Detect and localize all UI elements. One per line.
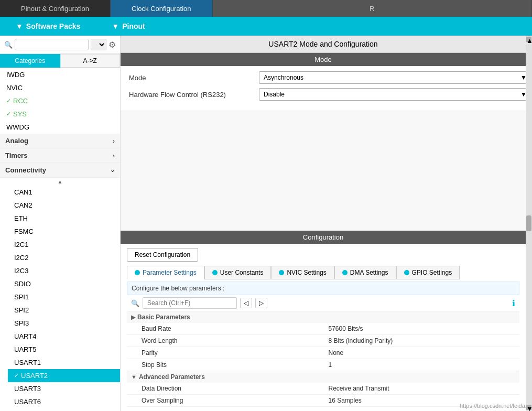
analog-expand-icon: › xyxy=(113,138,115,144)
content-area: USART2 Mode and Configuration Mode Mode … xyxy=(121,36,526,411)
mode-select-flow[interactable]: Disable ▼ xyxy=(259,88,526,101)
param-row-parity: Parity None xyxy=(127,347,519,359)
config-section: Configuration Reset Configuration Parame… xyxy=(121,231,526,411)
reset-config-button[interactable]: Reset Configuration xyxy=(127,248,198,262)
sidebar-item-spi1[interactable]: SPI1 xyxy=(8,290,120,304)
user-tab-dot xyxy=(212,270,218,275)
tab-parameter-settings[interactable]: Parameter Settings xyxy=(127,266,204,279)
software-packs-arrow: ▼ xyxy=(16,22,23,30)
search-next-btn[interactable]: ▷ xyxy=(255,298,267,308)
advanced-collapse-icon[interactable]: ▼ xyxy=(131,374,137,380)
param-search-input[interactable] xyxy=(143,297,237,309)
basic-collapse-icon[interactable]: ▶ xyxy=(131,314,135,321)
param-row-word-length: Word Length 8 Bits (including Parity) xyxy=(127,335,519,347)
mode-row-mode: Mode Asynchronous ▼ xyxy=(129,71,517,84)
param-value-stop-bits: 1 xyxy=(329,361,516,369)
sidebar-content: IWDG NVIC ✓ RCC ✓ SYS WWDG Analog › xyxy=(0,68,120,411)
sidebar-item-can2[interactable]: CAN2 xyxy=(8,199,120,212)
sidebar-item-i2c1[interactable]: I2C1 xyxy=(8,238,120,251)
param-value-data-direction: Receive and Transmit xyxy=(329,385,516,392)
tab-nvic-settings[interactable]: NVIC Settings xyxy=(271,266,334,279)
tab-user-constants[interactable]: User Constants xyxy=(204,266,272,279)
sidebar-item-uart5[interactable]: UART5 xyxy=(8,343,120,356)
connectivity-subitems: CAN1 CAN2 ETH FSMC I2C1 I2C2 I2C3 SDIO S… xyxy=(0,186,120,411)
param-name-stop-bits: Stop Bits xyxy=(131,361,329,369)
param-name-word-length: Word Length xyxy=(131,337,329,344)
search-input[interactable] xyxy=(15,39,89,50)
content-title: USART2 Mode and Configuration xyxy=(121,36,526,53)
mode-dropdown-arrow: ▼ xyxy=(520,74,526,81)
sidebar-item-usb-otg-fs[interactable]: USB_OTG_FS xyxy=(8,408,120,411)
tab-categories[interactable]: Categories xyxy=(0,54,60,68)
tab-az[interactable]: A->Z xyxy=(60,54,121,68)
mode-section: Mode Mode Asynchronous ▼ Hardware Flow C… xyxy=(121,53,526,110)
param-table: ▶ Basic Parameters Baud Rate 57600 Bits/… xyxy=(127,311,519,407)
gear-icon[interactable]: ⚙ xyxy=(108,40,116,50)
scroll-thumb[interactable] xyxy=(526,215,531,231)
sidebar-tabs: Categories A->Z xyxy=(0,54,120,68)
sidebar-item-spi3[interactable]: SPI3 xyxy=(8,317,120,330)
rcc-check-icon: ✓ xyxy=(6,98,11,104)
tab-dma-settings[interactable]: DMA Settings xyxy=(334,266,396,279)
timers-expand-icon: › xyxy=(113,153,115,159)
nvic-tab-dot xyxy=(279,270,284,275)
search-dropdown[interactable] xyxy=(91,39,106,50)
sidebar-item-nvic[interactable]: NVIC xyxy=(0,81,120,94)
scroll-up[interactable]: ▲ xyxy=(526,37,531,42)
nav-right[interactable]: R xyxy=(213,0,532,17)
mode-body: Mode Asynchronous ▼ Hardware Flow Contro… xyxy=(121,66,526,110)
sidebar-item-usart1[interactable]: USART1 xyxy=(8,356,120,369)
sidebar-item-usart6[interactable]: USART6 xyxy=(8,395,120,408)
param-search-icon: 🔍 xyxy=(131,299,139,307)
flow-dropdown-arrow: ▼ xyxy=(520,91,526,98)
software-packs-btn[interactable]: ▼ Software Packs xyxy=(0,22,96,30)
config-subtitle: Configure the below parameters : xyxy=(127,282,519,295)
config-header: Configuration xyxy=(121,231,526,244)
sidebar-item-i2c3[interactable]: I2C3 xyxy=(8,264,120,277)
sidebar-item-usart2[interactable]: ✓ USART2 xyxy=(8,369,120,382)
config-tabs: Parameter Settings User Constants NVIC S… xyxy=(127,266,519,279)
pinout-btn[interactable]: ▼ Pinout xyxy=(96,22,160,30)
sidebar-item-usart3[interactable]: USART3 xyxy=(8,382,120,395)
mode-select-mode[interactable]: Asynchronous ▼ xyxy=(259,71,526,84)
nav-clock-config[interactable]: Clock Configuration xyxy=(111,0,212,17)
scroll-up-btn[interactable]: ▲ xyxy=(0,178,120,186)
nav-pinout-config[interactable]: Pinout & Configuration xyxy=(0,0,111,17)
sys-check-icon: ✓ xyxy=(6,111,11,117)
sidebar-item-can1[interactable]: CAN1 xyxy=(8,186,120,199)
main-layout: 🔍 ⚙ Categories A->Z IWDG NVIC ✓ RCC xyxy=(0,36,532,411)
sidebar-item-sys[interactable]: ✓ SYS xyxy=(0,107,120,121)
mode-label-flow: Hardware Flow Control (RS232) xyxy=(129,91,255,99)
sidebar-category-timers[interactable]: Timers › xyxy=(0,148,120,163)
sidebar-category-analog[interactable]: Analog › xyxy=(0,134,120,148)
param-row-baud-rate: Baud Rate 57600 Bits/s xyxy=(127,323,519,335)
sidebar: 🔍 ⚙ Categories A->Z IWDG NVIC ✓ RCC xyxy=(0,36,121,411)
param-name-baud-rate: Baud Rate xyxy=(131,325,329,332)
sidebar-item-iwdg[interactable]: IWDG xyxy=(0,68,120,81)
sidebar-item-rcc[interactable]: ✓ RCC xyxy=(0,94,120,107)
param-search-area: 🔍 ◁ ▷ ℹ xyxy=(127,295,519,311)
sidebar-item-fsmc[interactable]: FSMC xyxy=(8,225,120,238)
sidebar-item-sdio[interactable]: SDIO xyxy=(8,277,120,290)
sidebar-item-uart4[interactable]: UART4 xyxy=(8,330,120,343)
info-icon[interactable]: ℹ xyxy=(512,298,515,308)
param-value-baud-rate: 57600 Bits/s xyxy=(329,325,516,332)
tab-gpio-settings[interactable]: GPIO Settings xyxy=(396,266,460,279)
top-nav: Pinout & Configuration Clock Configurati… xyxy=(0,0,532,17)
usart2-check-icon: ✓ xyxy=(14,372,19,379)
basic-params-section: ▶ Basic Parameters xyxy=(127,311,519,323)
mode-header: Mode xyxy=(121,53,526,66)
param-row-data-direction: Data Direction Receive and Transmit xyxy=(127,383,519,395)
param-row-stop-bits: Stop Bits 1 xyxy=(127,359,519,371)
config-body: Reset Configuration Parameter Settings U… xyxy=(121,244,526,411)
watermark: https://blog.csdn.net/leida... xyxy=(460,403,530,409)
sidebar-item-eth[interactable]: ETH xyxy=(8,212,120,225)
sidebar-category-connectivity[interactable]: Connectivity ⌄ xyxy=(0,163,120,178)
pinout-arrow: ▼ xyxy=(112,22,119,30)
search-prev-btn[interactable]: ◁ xyxy=(240,298,252,308)
advanced-params-section: ▼ Advanced Parameters xyxy=(127,371,519,383)
sidebar-item-wwdg[interactable]: WWDG xyxy=(0,121,120,134)
right-scrollbar[interactable]: ▲ ▼ xyxy=(526,36,532,411)
sidebar-item-i2c2[interactable]: I2C2 xyxy=(8,251,120,264)
sidebar-item-spi2[interactable]: SPI2 xyxy=(8,304,120,317)
